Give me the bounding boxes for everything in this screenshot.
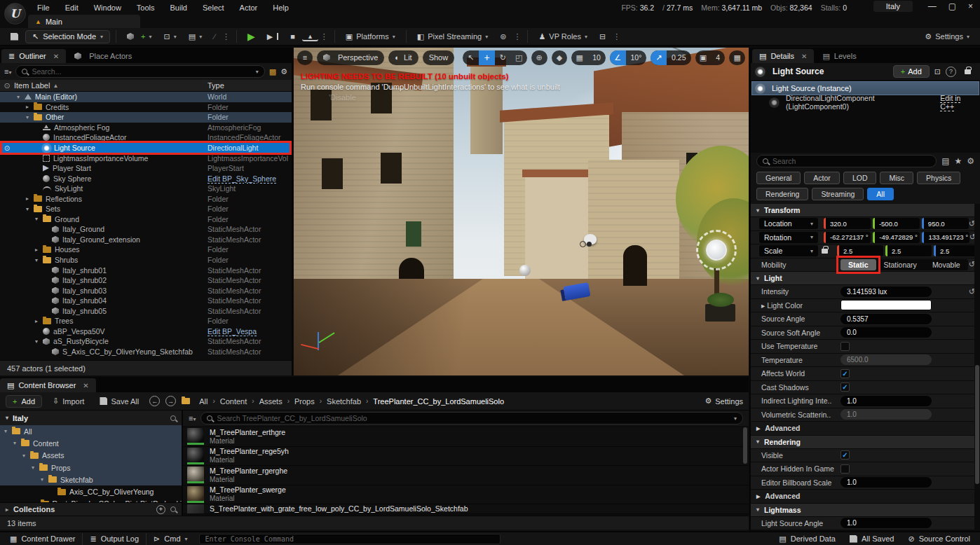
outliner-row[interactable]: ▾SetsFolder (0, 204, 292, 214)
folder-tree-item[interactable]: ▾Assets (0, 450, 182, 462)
surface-snap-icon[interactable]: ◆ (552, 50, 568, 65)
outliner-row[interactable]: ▾OtherFolder (0, 112, 292, 123)
close-tab-icon[interactable]: ✕ (801, 53, 807, 60)
outliner-row[interactable]: ▸TreesFolder (0, 316, 292, 326)
outliner-row[interactable]: aBP_Vespa50VEdit BP_Vespa (0, 326, 292, 337)
menu-window[interactable]: Window (86, 1, 129, 14)
bicycle-actor[interactable] (580, 241, 586, 247)
outliner-row[interactable]: Italy_shrub03StaticMeshActor (0, 285, 292, 296)
cb-searchbox[interactable]: ▾ (200, 412, 743, 425)
maximize-icon[interactable]: ▢ (948, 1, 956, 11)
perspective-dropdown[interactable]: Perspective (317, 50, 384, 65)
settings-dropdown[interactable]: ⚙Settings▾ (920, 30, 974, 43)
tab-levels[interactable]: ▤Levels (815, 49, 863, 63)
search-icon[interactable] (170, 415, 176, 421)
level-name-button[interactable]: Italy (873, 1, 913, 12)
filter-chip-misc[interactable]: Misc (880, 172, 913, 184)
collections-row[interactable]: ▸ Collections + (0, 502, 182, 516)
output-log-button[interactable]: ≣Output Log (83, 533, 147, 545)
outliner-row[interactable]: InstancedFoliageActorInstancedFoliageAct… (0, 132, 292, 143)
platforms-dropdown[interactable]: ▣Platforms▾ (341, 30, 400, 43)
section-header-lightmass[interactable]: ▾Lightmass (751, 504, 980, 517)
advanced-row[interactable]: ▸Advanced (751, 422, 980, 436)
tab-main[interactable]: ▲ Main (28, 15, 140, 28)
mobility-movable-button[interactable]: Movable (925, 259, 968, 270)
minimize-icon[interactable]: — (928, 1, 937, 11)
play-options-icon[interactable]: ⋮ (320, 32, 329, 41)
rotation-z-input[interactable]: 133.491723 ° (922, 232, 969, 243)
grid-snap-value[interactable]: 10 (587, 50, 606, 65)
folder-tree-item[interactable]: ▾Sketchfab (0, 474, 182, 485)
column-type[interactable]: Type (207, 81, 224, 90)
checkbox[interactable] (841, 464, 850, 474)
checkbox[interactable]: ✓ (841, 450, 850, 460)
breadcrumb-treeplanter_cc_by_lordsamuelisolo[interactable]: TreePlanter_CC_by_LordSamueliSolo (373, 397, 504, 406)
vp-roles-dropdown[interactable]: ♟VP Roles▾ (533, 30, 592, 43)
property-input[interactable]: 0.5357 (841, 314, 932, 324)
save-all-button[interactable]: Save All (95, 395, 144, 408)
search-icon[interactable] (170, 506, 176, 512)
section-header-rendering[interactable]: ▾Rendering (751, 436, 980, 449)
save-button[interactable] (6, 31, 23, 43)
close-tab-icon[interactable]: ✕ (53, 53, 59, 60)
asset-item[interactable]: M_TreePlanter_swergeMaterial (183, 485, 749, 505)
visibility-eye-icon[interactable]: ⊙ (0, 144, 14, 152)
move-tool-icon[interactable]: + (479, 50, 495, 65)
outliner-row[interactable]: Atmospheric FogAtmosphericFog (0, 123, 292, 133)
outliner-row[interactable]: ▾Main (Editor)World (0, 92, 292, 102)
outliner-row[interactable]: LightmassImportanceVolumeLightmassImport… (0, 153, 292, 163)
lock-icon[interactable] (822, 249, 828, 254)
filter-chip-general[interactable]: General (756, 172, 801, 184)
forward-icon[interactable]: → (165, 396, 176, 406)
new-folder-icon[interactable]: ▩ (269, 67, 276, 76)
property-input[interactable]: 0.0 (841, 327, 932, 338)
location-z-input[interactable]: 950.0 (922, 218, 969, 229)
outliner-row[interactable]: ▸ReflectionsFolder (0, 193, 292, 204)
filter-chip-actor[interactable]: Actor (804, 172, 840, 184)
edit-blueprint-link[interactable]: Edit BP_Sky_Sphere (207, 174, 276, 183)
scale-y-input[interactable]: 2.5 (885, 245, 932, 256)
scale-snap-icon[interactable]: ↗ (651, 50, 667, 65)
outliner-row[interactable]: ⊙Light SourceDirectionalLight (0, 143, 292, 153)
checkbox[interactable]: ✓ (841, 382, 850, 392)
lock-icon[interactable] (965, 69, 971, 74)
source-control-button[interactable]: ⊘Source Control (901, 533, 977, 545)
outliner-row[interactable]: Italy_shrub04StaticMeshActor (0, 296, 292, 306)
outliner-row[interactable]: ▸CreditsFolder (0, 102, 292, 113)
scale-x-input[interactable]: 2.5 (837, 245, 883, 256)
edit-in-cpp-link[interactable]: Edit in C++ (940, 94, 976, 111)
tab-place-actors[interactable]: Place Actors (67, 49, 139, 63)
rotation-y-input[interactable]: -49.472829 ° (873, 232, 920, 243)
console-command-input[interactable] (205, 535, 494, 543)
mobility-stationary-button[interactable]: Stationary (876, 259, 925, 270)
play-button[interactable]: ▶ (243, 29, 260, 44)
outliner-row[interactable]: Italy_GroundStaticMeshActor (0, 224, 292, 235)
advanced-row[interactable]: ▸Advanced (751, 490, 980, 504)
toolbar-overflow-icon[interactable]: ⋮ (222, 32, 231, 41)
breadcrumb-content[interactable]: Content (220, 397, 247, 406)
menu-actor[interactable]: Actor (232, 1, 266, 14)
unreal-logo-icon[interactable]: U (4, 3, 26, 25)
menu-help[interactable]: Help (265, 1, 297, 14)
folder-tree-item[interactable]: Axis_CC_by_OliverYeung (0, 485, 182, 497)
tab-details[interactable]: ▤Details✕ (752, 49, 814, 63)
camera-speed-value[interactable]: 4 (711, 50, 725, 65)
outliner-row[interactable]: Italy_shrub05StaticMeshActor (0, 305, 292, 316)
folder-tree-item[interactable]: ▾All (0, 425, 182, 437)
outliner-row[interactable]: SkyLightSkyLight (0, 184, 292, 194)
filter-chip-all[interactable]: All (867, 188, 894, 200)
add-actor-button[interactable]: +▾ (122, 30, 156, 43)
rotation-snap-icon[interactable]: ∠ (610, 50, 626, 65)
chevron-down-icon[interactable]: ▾ (256, 69, 259, 75)
close-icon[interactable]: × (968, 1, 973, 11)
asset-item[interactable]: S_TreePlanter_with_grate_free_low_poly_C… (183, 504, 749, 514)
breadcrumb-props[interactable]: Props (294, 397, 315, 406)
component-row-directionallight[interactable]: DirectionalLightComponent (LightComponen… (751, 95, 980, 109)
help-icon[interactable]: ? (946, 67, 956, 77)
filter-chip-lod[interactable]: LOD (843, 172, 877, 184)
asset-item[interactable]: M_TreePlanter_rgergheMaterial (183, 466, 749, 485)
outliner-row[interactable]: ▾aS_RustyBicycleStaticMeshActor (0, 336, 292, 347)
viewport[interactable]: LIGHTING NEEDS TO BE REBUILT (10 unbuilt… (294, 48, 749, 375)
rotate-tool-icon[interactable]: ↻ (495, 50, 511, 65)
location-y-input[interactable]: -500.0 (873, 218, 920, 229)
